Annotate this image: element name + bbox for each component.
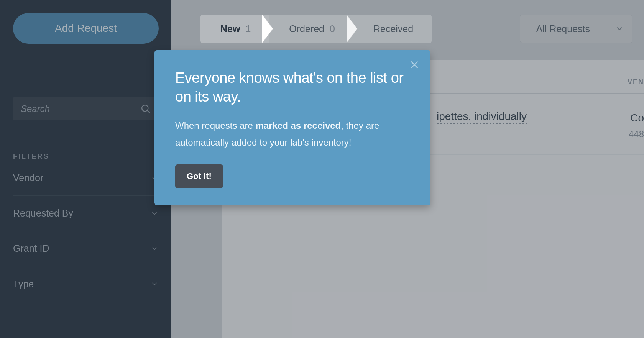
popover-body: When requests are marked as received, th… xyxy=(175,117,410,151)
onboarding-popover: Everyone knows what's on the list or on … xyxy=(154,50,430,205)
popover-title: Everyone knows what's on the list or on … xyxy=(175,69,410,107)
popover-body-strong: marked as received xyxy=(255,120,341,131)
popover-body-pre: When requests are xyxy=(175,120,255,131)
got-it-button[interactable]: Got it! xyxy=(175,164,223,188)
close-button[interactable] xyxy=(407,58,421,72)
